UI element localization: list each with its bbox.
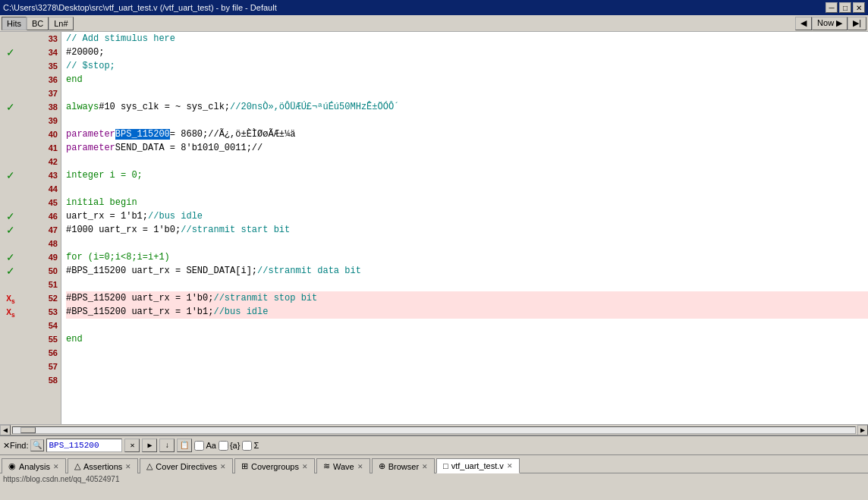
gutter-row: 56 [0, 346, 61, 360]
find-clear-btn[interactable]: ✕ [124, 439, 140, 452]
code-text: #20000; [66, 47, 104, 58]
scroll-thumb[interactable] [20, 427, 36, 433]
scroll-right-btn[interactable]: ▶ [857, 425, 868, 436]
tab-label-cover-directives: Cover Directives [156, 462, 217, 471]
tab-close-analysis[interactable]: ✕ [53, 463, 59, 470]
comment-text: //bus idle [213, 307, 268, 317]
ln-btn[interactable]: Ln# [49, 17, 73, 30]
hit-indicator: ✓ [0, 265, 21, 277]
horizontal-scrollbar[interactable]: ◀ ▶ [0, 424, 868, 435]
code-line: // Add stimulus here [66, 32, 868, 46]
vtf-uart-test-icon: □ [443, 461, 448, 470]
gutter-row: 39 [0, 114, 61, 127]
tab-assertions[interactable]: △Assertions✕ [68, 458, 138, 473]
code-line: end [66, 332, 868, 346]
find-icon[interactable]: 🔍 [30, 439, 44, 451]
nav-now-btn[interactable]: Now ▶ [812, 17, 848, 30]
find-bar: ✕Find: 🔍 ✕ ▶ ↓ 📋 Aa {a} Σ [0, 435, 868, 454]
line-number: 38 [32, 102, 61, 112]
line-number: 57 [32, 362, 61, 371]
code-line [66, 86, 868, 100]
minimize-btn[interactable]: ─ [826, 2, 838, 13]
gutter-row: 36 [0, 73, 61, 86]
code-text: SEND_DATA = 8'b1010_0011;// [115, 143, 263, 153]
tab-browser[interactable]: ⊕Browser✕ [372, 458, 435, 473]
code-line [66, 319, 868, 332]
line-number: 51 [32, 280, 61, 289]
find-checkbox-sigma[interactable]: Σ [242, 441, 259, 451]
line-number: 46 [32, 212, 61, 221]
wave-icon: ≋ [323, 461, 330, 471]
editor: 33✓34353637✓3839404142✓434445✓46✓4748✓49… [0, 32, 868, 435]
hit-indicator: ✓ [0, 101, 21, 113]
gutter-row: 45 [0, 196, 61, 209]
code-text: #10 sys_clk = ~ sys_clk; [99, 102, 230, 112]
line-number: 44 [32, 184, 61, 193]
line-number: 48 [32, 239, 61, 248]
find-input[interactable] [46, 439, 122, 452]
code-line [66, 155, 868, 168]
find-checkbox-syntax[interactable]: {a} [219, 441, 240, 451]
tab-wave[interactable]: ≋Wave✕ [316, 458, 370, 473]
code-line: always #10 sys_clk = ~ sys_clk; //20nsÒ»… [66, 100, 868, 114]
keyword-text: end [66, 74, 83, 85]
covergroups-icon: ⊞ [241, 461, 248, 471]
code-line [66, 373, 868, 387]
tab-close-cover-directives[interactable]: ✕ [220, 463, 226, 470]
scroll-track[interactable] [12, 426, 856, 434]
hits-btn[interactable]: Hits [2, 17, 27, 30]
line-number: 45 [32, 198, 61, 207]
tab-vtf-uart-test[interactable]: □vtf_uart_test.v✕ [436, 458, 520, 473]
find-next-btn[interactable]: ▶ [142, 439, 157, 452]
keyword-always: always [66, 102, 99, 112]
line-number: 52 [32, 294, 61, 303]
title-bar-controls: ─ □ ✕ [826, 2, 865, 13]
gutter-row: 37 [0, 86, 61, 100]
close-btn[interactable]: ✕ [853, 2, 865, 13]
tab-close-covergroups[interactable]: ✕ [302, 463, 308, 470]
nav-back-btn[interactable]: ◀ [795, 17, 812, 30]
find-label: ✕Find: [3, 441, 28, 451]
nav-end-btn[interactable]: ▶| [848, 17, 866, 30]
code-line: end [66, 73, 868, 86]
gutter-row: ✓34 [0, 46, 61, 59]
gutter-row: 48 [0, 237, 61, 250]
title-bar: C:\Users\3278\Desktop\src\vtf_uart_test.… [0, 0, 868, 15]
scroll-left-btn[interactable]: ◀ [0, 425, 11, 436]
code-text: #BPS_115200 uart_rx = 1'b1; [66, 307, 213, 317]
find-bookmark-btn[interactable]: 📋 [177, 439, 192, 452]
tab-label-analysis: Analysis [19, 462, 50, 471]
keyword-text: end [66, 334, 83, 344]
tab-analysis[interactable]: ◉Analysis✕ [2, 458, 66, 473]
find-checkbox-aa[interactable]: Aa [194, 441, 215, 451]
code-line: uart_rx = 1'b1; //bus idle [66, 209, 868, 223]
tab-close-browser[interactable]: ✕ [422, 463, 428, 470]
tab-label-wave: Wave [333, 462, 354, 471]
bc-btn[interactable]: BC [27, 17, 49, 30]
code-line: #BPS_115200 uart_rx = SEND_DATA[i]; //st… [66, 264, 868, 278]
tab-close-wave[interactable]: ✕ [357, 463, 363, 470]
gutter-row: ✓38 [0, 100, 61, 114]
find-down-btn[interactable]: ↓ [159, 439, 175, 452]
code-line [66, 346, 868, 360]
tab-close-vtf-uart-test[interactable]: ✕ [507, 462, 513, 470]
param-text: parameter [66, 143, 115, 153]
tab-cover-directives[interactable]: △Cover Directives✕ [140, 458, 233, 473]
maximize-btn[interactable]: □ [839, 2, 851, 13]
line-number: 36 [32, 75, 61, 84]
gutter-row: 35 [0, 59, 61, 73]
cover-directives-icon: △ [146, 461, 153, 471]
tab-covergroups[interactable]: ⊞Covergroups✕ [234, 458, 315, 473]
code-lines[interactable]: // Add stimulus here #20000; // $stop; e… [61, 32, 868, 424]
code-line: for (i=0;i<8;i=i+1) [66, 250, 868, 264]
gutter-row: ✓43 [0, 168, 61, 182]
tab-close-assertions[interactable]: ✕ [125, 463, 131, 470]
toolbar: Hits BC Ln# ◀ Now ▶ ▶| [0, 15, 868, 32]
code-line [66, 278, 868, 291]
code-line: #BPS_115200 uart_rx = 1'b1; //bus idle [66, 305, 868, 319]
code-line: initial begin [66, 196, 868, 209]
code-area: 33✓34353637✓3839404142✓434445✓46✓4748✓49… [0, 32, 868, 424]
assertions-icon: △ [74, 461, 80, 471]
line-number: 34 [32, 48, 61, 57]
line-number: 55 [32, 335, 61, 344]
